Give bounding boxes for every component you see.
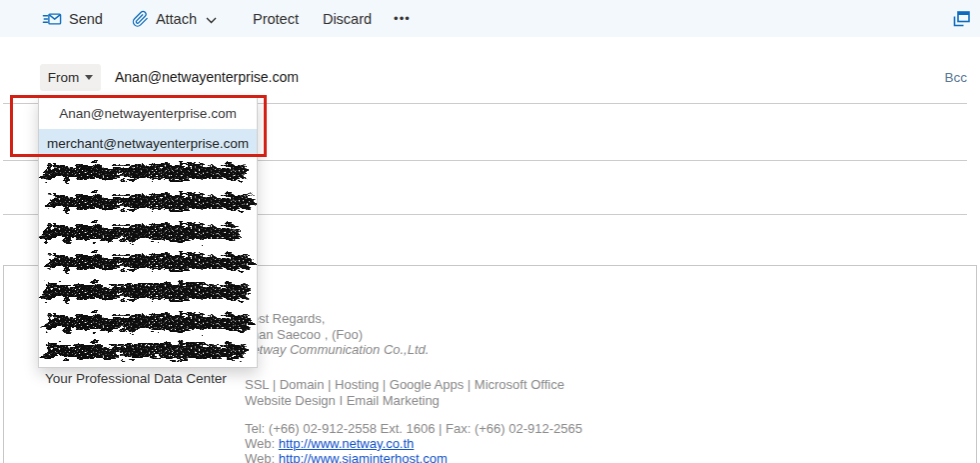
discard-button[interactable]: Discard — [321, 0, 374, 37]
tel-fax-line: Tel: (+66) 02-912-2558 Ext. 1606 | Fax: … — [245, 422, 582, 437]
attach-button[interactable]: Attach — [130, 0, 219, 37]
send-button[interactable]: Send — [40, 0, 105, 37]
send-envelope-icon — [42, 10, 62, 28]
caret-down-icon — [85, 75, 93, 80]
signature-tagline: Your Professional Data Center — [45, 371, 227, 386]
redacted-account-option[interactable] — [39, 307, 257, 337]
compose-toolbar: Send Attach Protect Discard ••• — [0, 0, 980, 37]
siaminterhost-link[interactable]: http://www.siaminterhost.com — [279, 451, 448, 463]
dropdown-option-merchant[interactable]: merchant@netwayenterprise.com — [39, 129, 257, 157]
web1-prefix: Web: — [245, 436, 279, 451]
more-options-button[interactable]: ••• — [392, 0, 413, 37]
discard-label: Discard — [323, 11, 372, 27]
redacted-account-option[interactable] — [39, 217, 257, 247]
signature-contact: Tel: (+66) 02-912-2558 Ext. 1606 | Fax: … — [245, 422, 582, 463]
redacted-account-option[interactable] — [39, 187, 257, 217]
redacted-account-option[interactable] — [39, 157, 257, 187]
web2-prefix: Web: — [245, 451, 279, 463]
from-address-value[interactable]: Anan@netwayenterprise.com — [115, 69, 299, 85]
redacted-account-option[interactable] — [39, 247, 257, 277]
netway-link[interactable]: http://www.netway.co.th — [279, 436, 415, 451]
paperclip-icon — [132, 10, 149, 28]
services-line-1: SSL | Domain | Hosting | Google Apps | M… — [245, 377, 564, 393]
signature-company: Netway Communication Co.,Ltd. — [243, 342, 429, 358]
protect-label: Protect — [253, 11, 299, 27]
from-selector-button[interactable]: From — [40, 64, 101, 91]
web-line-2: Web: http://www.siaminterhost.com — [245, 452, 582, 463]
services-line-2: Website Design I Email Marketing — [245, 393, 564, 409]
web-line-1: Web: http://www.netway.co.th — [245, 437, 582, 452]
from-label: From — [48, 70, 80, 85]
send-label: Send — [69, 11, 103, 27]
signature-name: Anan Saecoo , (Foo) — [243, 327, 429, 343]
from-address-dropdown: Anan@netwayenterprise.com merchant@netwa… — [38, 97, 258, 368]
signature-block: Best Regards, Anan Saecoo , (Foo) Netway… — [243, 311, 429, 358]
signature-services: SSL | Domain | Hosting | Google Apps | M… — [245, 377, 564, 408]
dropdown-option-anan[interactable]: Anan@netwayenterprise.com — [39, 98, 257, 129]
attach-label: Attach — [156, 11, 197, 27]
signature-regards: Best Regards, — [243, 311, 429, 327]
bcc-toggle[interactable]: Bcc — [944, 70, 967, 85]
redacted-account-option[interactable] — [39, 337, 257, 367]
protect-button[interactable]: Protect — [251, 0, 301, 37]
popout-window-button[interactable] — [950, 9, 972, 29]
mail-compose-window: Send Attach Protect Discard ••• — [0, 0, 980, 463]
redacted-account-option[interactable] — [39, 277, 257, 307]
ellipsis-icon: ••• — [394, 11, 411, 26]
chevron-down-icon — [206, 11, 217, 27]
